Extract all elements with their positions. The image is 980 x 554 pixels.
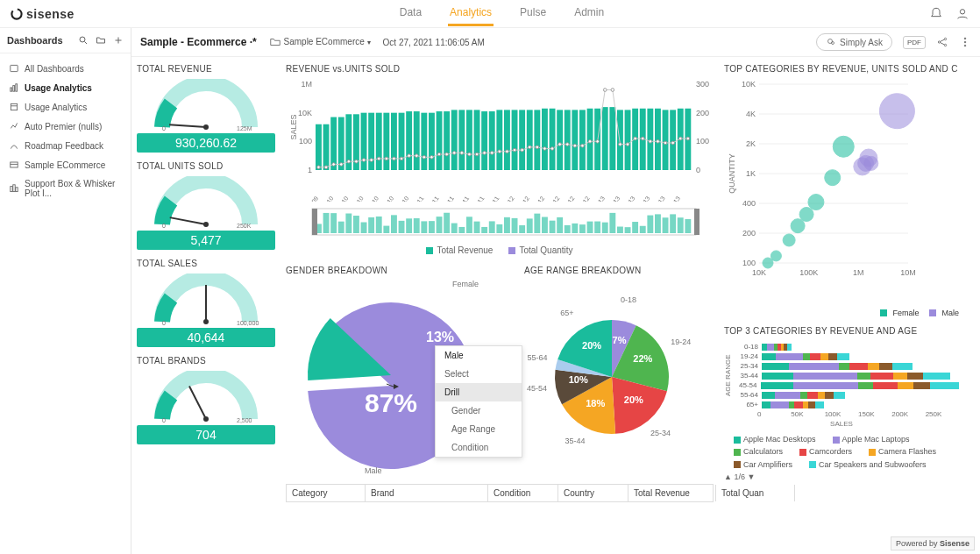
bell-icon[interactable] bbox=[929, 7, 943, 21]
svg-text:100: 100 bbox=[696, 137, 709, 146]
svg-rect-217 bbox=[663, 217, 669, 233]
svg-rect-179 bbox=[376, 217, 382, 233]
svg-point-15 bbox=[944, 38, 946, 39]
svg-rect-83 bbox=[602, 107, 608, 170]
svg-rect-211 bbox=[617, 227, 623, 233]
svg-point-103 bbox=[377, 157, 380, 160]
svg-rect-70 bbox=[504, 110, 510, 170]
svg-rect-80 bbox=[579, 110, 586, 170]
nav-pulse[interactable]: Pulse bbox=[518, 1, 548, 26]
svg-rect-60 bbox=[429, 113, 435, 170]
svg-point-130 bbox=[581, 144, 585, 147]
svg-point-108 bbox=[415, 154, 418, 158]
svg-rect-207 bbox=[587, 222, 593, 233]
svg-rect-203 bbox=[557, 217, 563, 233]
svg-point-133 bbox=[603, 89, 607, 92]
svg-point-134 bbox=[611, 89, 614, 92]
age-pie[interactable]: 7%0-1822%19-2420%25-3418%35-4410%45-5455… bbox=[524, 281, 717, 473]
nav-data[interactable]: Data bbox=[398, 1, 423, 26]
sidebar-item-5[interactable]: Sample ECommerce bbox=[0, 155, 131, 174]
svg-text:35-44: 35-44 bbox=[565, 437, 586, 445]
share-icon[interactable] bbox=[936, 36, 948, 48]
svg-text:Nov 2009: Nov 2009 bbox=[299, 195, 319, 202]
ctx-drill[interactable]: Drill bbox=[436, 383, 522, 401]
svg-text:10%: 10% bbox=[569, 374, 588, 385]
scatter-chart[interactable]: 10K4K2K1K40020010010K100K1M10MQUANTITY bbox=[724, 79, 961, 281]
sidebar-item-4[interactable]: Roadmap Feedback bbox=[0, 136, 131, 155]
revenue-units-chart[interactable]: 1M10K10013002001000SALESNov 2009Jan 2010… bbox=[286, 79, 715, 202]
svg-text:55-64: 55-64 bbox=[528, 353, 548, 362]
user-icon[interactable] bbox=[955, 7, 969, 21]
svg-point-127 bbox=[558, 143, 562, 146]
cat-legend-4: Camera Flashes bbox=[859, 447, 936, 456]
folder-breadcrumb[interactable]: Sample ECommerce ▾ bbox=[269, 36, 371, 48]
svg-rect-175 bbox=[345, 214, 352, 233]
simply-ask-button[interactable]: Simply Ask bbox=[816, 33, 892, 51]
nav-admin[interactable]: Admin bbox=[572, 1, 606, 26]
table-col-header[interactable]: Category bbox=[287, 485, 366, 501]
table-col-header[interactable]: Country bbox=[558, 485, 628, 501]
sidebar-item-2[interactable]: Usage Analytics bbox=[0, 97, 131, 117]
sidebar-item-1[interactable]: Usage Analytics bbox=[0, 78, 131, 97]
sidebar-item-0[interactable]: All Dashboards bbox=[0, 59, 131, 78]
svg-text:0: 0 bbox=[162, 223, 166, 229]
ctx-header: Male bbox=[436, 346, 522, 365]
nav-analytics[interactable]: Analytics bbox=[448, 1, 494, 26]
svg-text:0: 0 bbox=[162, 125, 166, 131]
svg-rect-184 bbox=[414, 218, 420, 233]
svg-rect-212 bbox=[625, 227, 631, 233]
ctx-gender[interactable]: Gender bbox=[436, 401, 522, 420]
svg-point-263 bbox=[808, 195, 824, 210]
pdf-button[interactable]: PDF bbox=[903, 36, 926, 49]
svg-point-258 bbox=[763, 258, 773, 268]
range-selector[interactable] bbox=[286, 207, 715, 240]
sidebar-item-3[interactable]: Auto Premier (nulls) bbox=[0, 117, 131, 136]
svg-rect-193 bbox=[481, 227, 487, 233]
svg-point-139 bbox=[649, 140, 652, 144]
svg-rect-91 bbox=[663, 110, 669, 170]
ctx-select[interactable]: Select bbox=[436, 365, 522, 383]
gauge-revenue-title: TOTAL REVENUE bbox=[137, 64, 275, 74]
ctx-condition[interactable]: Condition bbox=[436, 438, 522, 457]
svg-rect-54 bbox=[383, 113, 389, 170]
svg-rect-205 bbox=[572, 224, 578, 233]
svg-rect-74 bbox=[534, 110, 540, 170]
svg-rect-186 bbox=[429, 221, 435, 233]
legend-male: Male bbox=[941, 309, 959, 317]
svg-rect-182 bbox=[399, 221, 405, 233]
svg-rect-176 bbox=[353, 216, 359, 233]
svg-point-98 bbox=[339, 163, 343, 167]
svg-point-109 bbox=[423, 156, 426, 160]
table-col-header[interactable]: Total Revenue bbox=[628, 485, 716, 501]
svg-rect-219 bbox=[678, 217, 684, 233]
ctx-age[interactable]: Age Range bbox=[436, 420, 522, 438]
svg-rect-10 bbox=[13, 185, 15, 192]
folder-icon[interactable] bbox=[96, 35, 106, 46]
svg-point-97 bbox=[332, 163, 336, 167]
svg-point-100 bbox=[355, 160, 359, 163]
svg-point-101 bbox=[362, 159, 366, 162]
svg-point-106 bbox=[400, 157, 403, 160]
svg-point-33 bbox=[203, 416, 209, 422]
svg-point-96 bbox=[324, 166, 328, 169]
svg-rect-79 bbox=[572, 110, 578, 170]
svg-rect-77 bbox=[557, 110, 563, 170]
stacked-bars-chart[interactable]: 0-1819-2425-3435-4445-5455-6465+ bbox=[732, 341, 959, 410]
svg-text:10M: 10M bbox=[900, 268, 916, 277]
plus-icon[interactable] bbox=[113, 35, 124, 46]
svg-rect-183 bbox=[406, 218, 412, 233]
svg-rect-191 bbox=[466, 217, 472, 233]
svg-text:13%: 13% bbox=[426, 330, 454, 344]
search-icon[interactable] bbox=[78, 35, 89, 46]
svg-rect-61 bbox=[437, 111, 443, 170]
table-col-header[interactable]: Brand bbox=[366, 485, 488, 501]
svg-point-260 bbox=[783, 234, 795, 246]
svg-point-131 bbox=[588, 140, 592, 144]
svg-rect-206 bbox=[579, 224, 586, 233]
more-icon[interactable] bbox=[959, 36, 971, 48]
svg-rect-215 bbox=[647, 216, 653, 233]
svg-line-24 bbox=[170, 217, 206, 224]
sidebar-item-6[interactable]: Support Box & Whisker Plot I... bbox=[0, 174, 131, 202]
table-col-header[interactable]: Condition bbox=[488, 485, 558, 501]
svg-point-21 bbox=[203, 124, 209, 130]
